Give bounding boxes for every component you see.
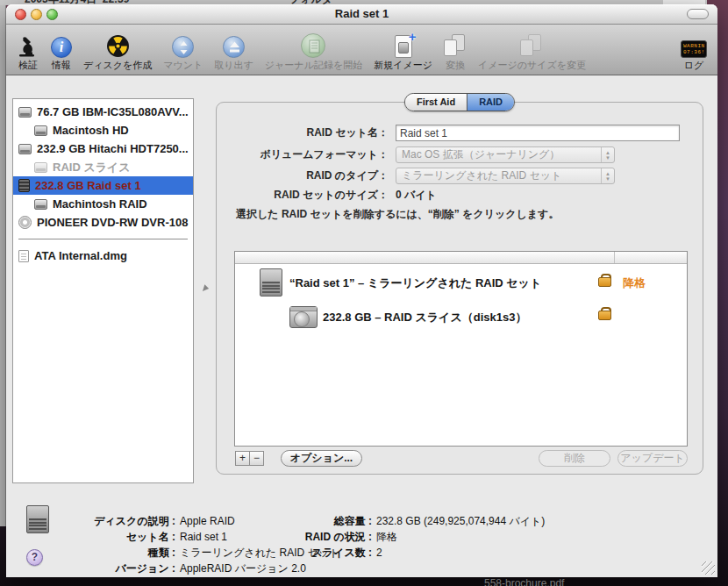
toolbar: 検証 i 情報 ディス	[6, 25, 717, 75]
info-icon: i	[51, 32, 72, 58]
raid-stack-icon	[18, 179, 30, 192]
hard-drive-icon	[18, 144, 32, 154]
sidebar-item-dvd-drive[interactable]: PIONEER DVD-RW DVR-108	[13, 213, 193, 232]
convert-button: 変換	[444, 32, 467, 72]
tab-bar: First Aid RAID	[404, 93, 515, 111]
volume-icon	[34, 125, 47, 136]
journal-button: ジャーナル記録を開始	[265, 32, 362, 72]
sidebar-item-disk2[interactable]: 232.9 GB Hitachi HDT7250...	[13, 139, 193, 158]
eject-button: 取り出す	[214, 32, 253, 72]
column-divider	[614, 252, 615, 263]
raid-tab-pane: First Aid RAID RAID セット名： ボリュームフォーマット： M…	[216, 102, 703, 475]
raid-type-row: RAID のタイプ： ミラーリングされた RAID セット ▲▼	[217, 168, 703, 184]
sidebar-separator	[18, 239, 188, 239]
optical-disc-icon	[18, 216, 32, 229]
raid-name-input[interactable]	[396, 125, 680, 141]
disk-image-icon	[18, 250, 29, 262]
raid-status-row: RAID の状況 :降格	[213, 530, 397, 545]
log-button[interactable]: WARNIN07:36! ログ	[681, 32, 707, 72]
volume-icon	[34, 199, 47, 210]
verify-label: 検証	[18, 59, 38, 72]
verify-button[interactable]: 検証	[17, 32, 39, 72]
burn-icon	[106, 32, 130, 58]
raid-status-demoted: 降格	[623, 275, 646, 291]
raid-name-label: RAID セット名：	[217, 125, 396, 140]
eject-icon	[223, 32, 245, 58]
sidebar-item-machintosh-raid[interactable]: Machintosh RAID	[13, 195, 193, 213]
eject-label: 取り出す	[214, 59, 253, 72]
disk-utility-window: Raid set 1 検証 i 情報	[6, 4, 717, 577]
mouse-cursor	[203, 284, 210, 292]
disk-description-row: ディスクの説明 :Apple RAID	[6, 514, 235, 529]
raid-type-value: ミラーリングされた RAID セット	[396, 168, 601, 183]
log-label: ログ	[684, 59, 704, 72]
list-header	[235, 252, 687, 264]
sidebar-item-macintosh-hd[interactable]: Macintosh HD	[13, 121, 193, 139]
burn-button[interactable]: ディスクを作成	[83, 32, 152, 72]
raid-name-row: RAID セット名：	[217, 125, 703, 141]
convert-icon	[444, 32, 467, 58]
raid-size-value: 0 バイト	[396, 188, 437, 203]
add-slice-button[interactable]: +	[235, 451, 250, 466]
mount-icon	[172, 32, 194, 58]
toolbar-toggle-button[interactable]	[687, 9, 709, 19]
sidebar-item-raid-slice[interactable]: RAID スライス	[13, 158, 193, 176]
log-console-icon: WARNIN07:36!	[681, 32, 707, 58]
raid-size-row: RAID セットのサイズ： 0 バイト	[217, 188, 703, 203]
raid-set-icon	[260, 268, 282, 297]
capacity-row: 総容量 :232.8 GB (249,925,074,944 バイト)	[213, 514, 545, 529]
set-name-row: セット名 :Raid set 1	[6, 530, 227, 545]
raid-slice-row-title[interactable]: 232.8 GB – RAID スライス（disk1s3）	[323, 310, 526, 325]
tab-first-aid[interactable]: First Aid	[405, 94, 467, 111]
raid-members-list[interactable]: “Raid set 1” – ミラーリングされた RAID セット 降格 232…	[234, 251, 688, 447]
new-image-button[interactable]: + 新規イメージ	[374, 32, 432, 72]
sidebar-item-dmg[interactable]: ATA Internal.dmg	[13, 247, 193, 265]
sidebar-item-raid-set-selected[interactable]: 232.8 GB Raid set 1	[13, 176, 193, 195]
journal-label: ジャーナル記録を開始	[265, 59, 362, 72]
slice-count-row: スライス数 :2	[213, 546, 382, 561]
burn-label: ディスクを作成	[83, 59, 152, 72]
sidebar-item-disk1[interactable]: 76.7 GB IBM-IC35L080AVV...	[13, 103, 193, 121]
volume-format-row: ボリュームフォーマット： Mac OS 拡張（ジャーナリング） ▲▼	[217, 146, 703, 163]
raid-type-select: ミラーリングされた RAID セット ▲▼	[396, 168, 615, 184]
resize-image-icon	[520, 32, 543, 58]
desktop-file-label: 558-brochure.pdf	[484, 577, 677, 586]
background-window-edge	[0, 5, 6, 526]
stepper-arrows-icon: ▲▼	[601, 147, 614, 162]
journal-icon	[301, 32, 325, 58]
raid-type-label: RAID のタイプ：	[217, 168, 396, 183]
stepper-arrows-icon: ▲▼	[601, 168, 614, 183]
volume-format-label: ボリュームフォーマット：	[217, 147, 396, 162]
resize-grip[interactable]	[702, 561, 715, 575]
remove-slice-button[interactable]: −	[249, 451, 264, 466]
microscope-icon	[17, 32, 39, 58]
raid-slice-icon	[34, 162, 47, 173]
screen: 2003年11月4日 22:39 フォルダ 558-brochure.pdf R…	[0, 0, 728, 586]
resize-image-label: イメージのサイズを変更	[478, 59, 586, 72]
mount-label: マウント	[163, 59, 203, 72]
version-row: バージョン :AppleRAID バージョン 2.0	[6, 561, 306, 576]
options-button[interactable]: オプション...	[281, 450, 362, 467]
raid-slice-disk-icon	[289, 306, 318, 328]
info-label: 情報	[52, 59, 71, 72]
update-button: アップデート	[617, 450, 688, 467]
window-title: Raid set 1	[6, 7, 717, 20]
tab-raid[interactable]: RAID	[467, 94, 514, 111]
lock-icon	[598, 274, 610, 287]
lock-icon	[598, 307, 610, 320]
volume-format-value: Mac OS 拡張（ジャーナリング）	[396, 147, 601, 162]
hard-drive-icon	[18, 107, 32, 118]
titlebar[interactable]: Raid set 1	[6, 4, 717, 25]
volume-format-select: Mac OS 拡張（ジャーナリング） ▲▼	[396, 146, 615, 163]
delete-button: 削除	[539, 450, 610, 467]
resize-image-button: イメージのサイズを変更	[478, 32, 586, 72]
device-sidebar: 76.7 GB IBM-IC35L080AVV... Macintosh HD …	[12, 98, 194, 483]
info-button[interactable]: i 情報	[51, 32, 72, 72]
mount-button: マウント	[163, 32, 203, 72]
raid-set-row-title[interactable]: “Raid set 1” – ミラーリングされた RAID セット	[289, 275, 541, 291]
raid-size-label: RAID セットのサイズ：	[217, 188, 396, 203]
delete-hint-text: 選択した RAID セットを削除するには、“削除” をクリックします。	[236, 207, 559, 222]
convert-label: 変換	[446, 59, 465, 72]
new-image-label: 新規イメージ	[374, 59, 432, 72]
new-image-icon: +	[395, 32, 412, 58]
